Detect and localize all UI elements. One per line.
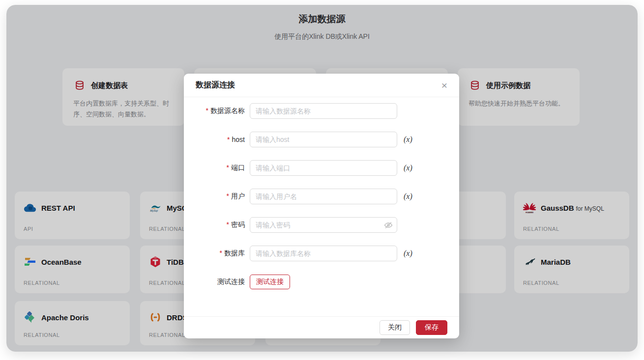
form-row-host: *host (x) bbox=[184, 132, 459, 147]
variable-x-icon: (x) bbox=[404, 164, 412, 172]
modal-footer: 关闭 保存 bbox=[184, 316, 459, 338]
datasource-connection-modal: 数据源连接 × *数据源名称 *host (x) *端口 (x) *用户 bbox=[184, 74, 459, 338]
password-input[interactable] bbox=[250, 217, 397, 233]
required-mark: * bbox=[227, 192, 229, 200]
field-label: *用户 bbox=[184, 192, 250, 201]
required-mark: * bbox=[206, 107, 208, 114]
required-mark: * bbox=[220, 249, 222, 257]
form-row-user: *用户 (x) bbox=[184, 189, 459, 204]
close-icon[interactable]: × bbox=[441, 80, 447, 90]
datasource-name-input[interactable] bbox=[250, 103, 397, 119]
form-row-database: *数据库 (x) bbox=[184, 246, 459, 261]
save-button[interactable]: 保存 bbox=[416, 320, 447, 335]
test-connection-button[interactable]: 测试连接 bbox=[250, 275, 290, 289]
field-label: *host bbox=[184, 136, 250, 143]
variable-x-icon: (x) bbox=[404, 192, 412, 201]
variable-x-icon: (x) bbox=[404, 135, 412, 144]
variable-x-icon: (x) bbox=[404, 249, 412, 258]
field-label: *端口 bbox=[184, 164, 250, 172]
required-mark: * bbox=[227, 136, 230, 143]
form-row-test-connection: 测试连接 测试连接 bbox=[184, 274, 459, 290]
eye-invisible-icon[interactable] bbox=[384, 221, 393, 229]
host-input[interactable] bbox=[250, 132, 397, 147]
username-input[interactable] bbox=[250, 189, 397, 204]
field-label: 测试连接 bbox=[184, 277, 250, 286]
form-row-port: *端口 (x) bbox=[184, 160, 459, 176]
modal-header: 数据源连接 × bbox=[184, 74, 459, 97]
field-label: *数据源名称 bbox=[184, 107, 250, 115]
required-mark: * bbox=[227, 221, 229, 228]
close-button[interactable]: 关闭 bbox=[380, 320, 410, 335]
modal-body: *数据源名称 *host (x) *端口 (x) *用户 (x) bbox=[184, 97, 459, 316]
modal-title: 数据源连接 bbox=[196, 80, 235, 90]
form-row-datasource-name: *数据源名称 bbox=[184, 103, 459, 119]
form-row-password: *密码 bbox=[184, 217, 459, 233]
port-input[interactable] bbox=[250, 160, 397, 176]
database-input[interactable] bbox=[250, 246, 397, 261]
required-mark: * bbox=[227, 164, 229, 171]
field-label: *密码 bbox=[184, 221, 250, 229]
field-label: *数据库 bbox=[184, 249, 250, 258]
